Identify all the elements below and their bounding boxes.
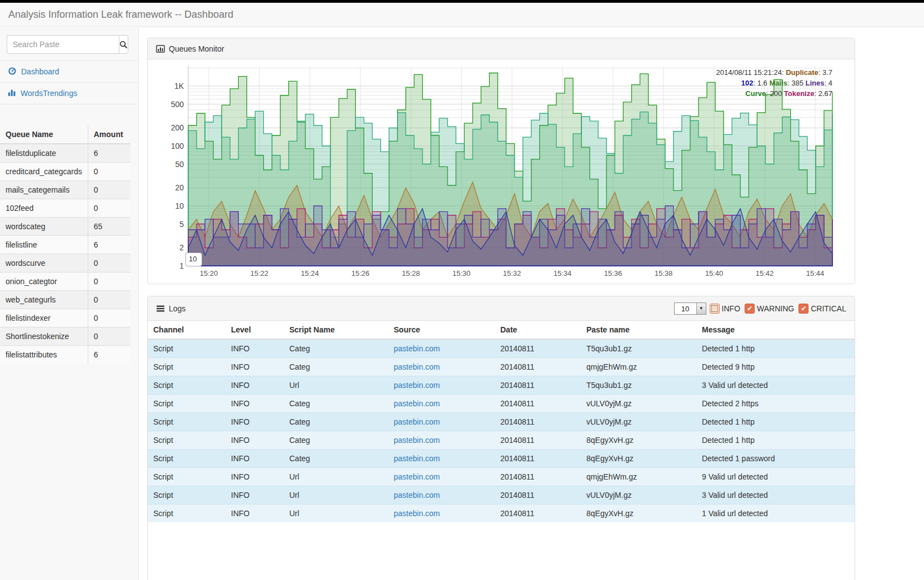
- svg-text:100: 100: [171, 142, 184, 150]
- log-script: Url: [284, 376, 388, 395]
- legend-series-name: Mails: [769, 79, 787, 87]
- queue-row: filelistindexer0: [0, 309, 130, 327]
- queue-name: creditcard_categcards: [0, 163, 88, 181]
- log-row: ScriptINFOUrlpastebin.com20140811T5qu3ub…: [148, 376, 855, 395]
- queue-row: creditcard_categcards0: [0, 163, 130, 181]
- log-source-link[interactable]: pastebin.com: [394, 472, 440, 481]
- svg-text:1: 1: [179, 261, 184, 270]
- legend-series-name: Duplicate: [786, 68, 818, 77]
- filter-label: INFO: [722, 304, 740, 313]
- log-script: Categ: [284, 395, 388, 413]
- legend-series-name: Curve: [745, 89, 766, 98]
- queue-amount: 0: [88, 163, 130, 181]
- queue-row: wordscurve0: [0, 254, 130, 273]
- log-channel: Script: [148, 413, 225, 431]
- queue-row: web_categurls0: [0, 291, 130, 309]
- log-paste-name: 8qEgyXvH.gz: [581, 450, 696, 468]
- log-source-link[interactable]: pastebin.com: [394, 509, 440, 518]
- log-channel: Script: [148, 339, 225, 358]
- log-level: INFO: [225, 376, 284, 395]
- log-script: Url: [284, 468, 388, 486]
- logs-col-header: Source: [388, 321, 495, 339]
- queue-row: filelistattributes6: [0, 346, 130, 364]
- log-level-filters: INFO✔WARNING✔CRITICAL: [710, 304, 846, 314]
- log-message: Detected 1 http: [696, 339, 855, 358]
- critical-checkbox[interactable]: ✔: [799, 304, 808, 314]
- queue-name: 102feed: [0, 199, 88, 218]
- queues-monitor-panel: Queues Monitor 15:2015:2215:2415:2615:28…: [147, 38, 855, 284]
- log-channel: Script: [148, 450, 225, 468]
- chart-legend: 2014/08/11 15:21:24: Duplicate: 3.7102: …: [716, 67, 832, 99]
- svg-text:15:36: 15:36: [604, 269, 622, 278]
- svg-text:15:26: 15:26: [351, 269, 370, 278]
- filter-label: WARNING: [757, 304, 794, 313]
- search-button[interactable]: [119, 35, 128, 54]
- log-source-link[interactable]: pastebin.com: [394, 454, 440, 463]
- list-icon: [156, 304, 165, 313]
- log-date: 20140811: [495, 413, 581, 431]
- log-message: Detected 9 http: [696, 358, 855, 376]
- log-row: ScriptINFOCategpastebin.com201408118qEgy…: [148, 431, 855, 450]
- log-script: Url: [284, 486, 388, 505]
- log-row: ScriptINFOCategpastebin.com20140811vULV0…: [148, 395, 855, 413]
- log-source-link[interactable]: pastebin.com: [394, 344, 440, 353]
- main-content: Queues Monitor 15:2015:2215:2415:2615:28…: [139, 28, 924, 580]
- log-source-link[interactable]: pastebin.com: [394, 436, 440, 445]
- queue-name: filelistattributes: [0, 346, 88, 364]
- log-message: 9 Valid url detected: [696, 468, 855, 486]
- sidebar-item-dashboard[interactable]: Dashboard: [0, 61, 138, 83]
- log-date: 20140811: [495, 395, 581, 413]
- search-input[interactable]: [7, 35, 119, 54]
- queue-name: filelistindexer: [0, 309, 88, 327]
- info-checkbox[interactable]: [710, 304, 720, 314]
- sidebar-item-label: WordsTrendings: [21, 89, 77, 98]
- legend-series-value: 3.7: [822, 68, 832, 77]
- log-row: ScriptINFOCategpastebin.com20140811qmjgE…: [148, 358, 855, 376]
- log-date: 20140811: [495, 376, 581, 395]
- log-channel: Script: [148, 486, 225, 505]
- svg-text:500: 500: [171, 100, 184, 109]
- log-script: Categ: [284, 358, 388, 376]
- logs-title: Logs: [169, 304, 185, 313]
- logs-col-header: Message: [696, 321, 855, 339]
- svg-text:15:22: 15:22: [250, 269, 269, 278]
- log-source-link[interactable]: pastebin.com: [394, 491, 440, 500]
- svg-text:15:30: 15:30: [453, 269, 471, 278]
- log-script: Categ: [284, 413, 388, 431]
- queue-amount: 0: [88, 309, 130, 327]
- logs-heading: Logs 10 ▼ INFO✔WARNING✔CRITICAL: [148, 296, 855, 321]
- log-source-link[interactable]: pastebin.com: [394, 399, 440, 408]
- logs-col-header: Date: [495, 321, 581, 339]
- log-source-link[interactable]: pastebin.com: [394, 362, 440, 371]
- bar-chart-icon: [8, 88, 16, 98]
- queue-amount: 6: [88, 236, 130, 254]
- logs-col-header: Level: [225, 321, 284, 339]
- select-arrow-icon: ▼: [696, 303, 706, 314]
- svg-text:1K: 1K: [174, 82, 184, 90]
- legend-series-value: 1.6: [757, 79, 767, 87]
- queue-amount: 65: [88, 218, 130, 236]
- log-level: INFO: [225, 468, 284, 486]
- sidebar-item-wordstrendings[interactable]: WordsTrendings: [0, 83, 138, 104]
- filter-label: CRITICAL: [811, 304, 846, 313]
- log-source-link[interactable]: pastebin.com: [394, 417, 440, 426]
- queue-amount: 6: [88, 144, 130, 163]
- legend-series-name: Tokenize: [784, 89, 815, 98]
- legend-series-value: 2.67: [818, 89, 832, 98]
- log-paste-name: 8qEgyXvH.gz: [581, 505, 696, 523]
- warning-checkbox[interactable]: ✔: [745, 304, 755, 314]
- chart-axis-tooltip: 10: [185, 253, 202, 266]
- page-size-select[interactable]: 10 ▼: [674, 302, 706, 315]
- queue-row: filelistline6: [0, 236, 130, 254]
- log-source-link[interactable]: pastebin.com: [394, 381, 440, 390]
- log-level: INFO: [225, 339, 284, 358]
- sidebar-item-label: Dashboard: [21, 67, 59, 76]
- queue-name: onion_categtor: [0, 273, 88, 291]
- log-paste-name: 8qEgyXvH.gz: [581, 431, 696, 450]
- log-level: INFO: [225, 486, 284, 505]
- queue-row: Shortlinestokenize0: [0, 327, 130, 346]
- queue-name: Shortlinestokenize: [0, 327, 88, 346]
- log-date: 20140811: [495, 358, 581, 376]
- log-paste-name: qmjgEhWm.gz: [581, 358, 696, 376]
- queues-monitor-heading: Queues Monitor: [148, 38, 855, 59]
